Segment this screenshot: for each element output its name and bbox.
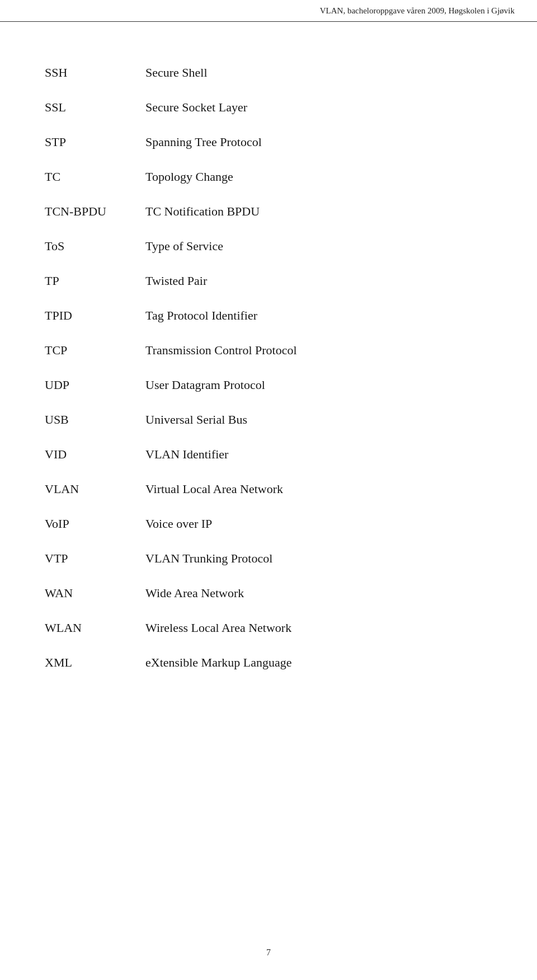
list-item: TPIDTag Protocol Identifier	[45, 298, 492, 333]
acronym-full: Universal Serial Bus	[145, 412, 492, 427]
list-item: VLANVirtual Local Area Network	[45, 472, 492, 507]
page-header: VLAN, bacheloroppgave våren 2009, Høgsko…	[0, 0, 537, 22]
acronym-full: Type of Service	[145, 239, 492, 254]
acronym-full: Secure Shell	[145, 65, 492, 80]
acronym-full: Secure Socket Layer	[145, 100, 492, 115]
list-item: TPTwisted Pair	[45, 264, 492, 298]
list-item: WANWide Area Network	[45, 576, 492, 611]
acronym-abbr: WLAN	[45, 621, 145, 635]
acronym-abbr: STP	[45, 135, 145, 149]
page-footer: 7	[0, 948, 537, 958]
list-item: VIDVLAN Identifier	[45, 437, 492, 472]
acronym-abbr: SSL	[45, 100, 145, 115]
acronym-full: Voice over IP	[145, 517, 492, 531]
acronym-abbr: VTP	[45, 551, 145, 566]
acronym-abbr: WAN	[45, 586, 145, 601]
list-item: UDPUser Datagram Protocol	[45, 368, 492, 402]
acronym-abbr: UDP	[45, 378, 145, 392]
acronym-full: VLAN Identifier	[145, 447, 492, 462]
acronym-abbr: TPID	[45, 308, 145, 323]
acronym-abbr: USB	[45, 412, 145, 427]
list-item: SSHSecure Shell	[45, 55, 492, 90]
acronym-abbr: VoIP	[45, 517, 145, 531]
acronym-full: TC Notification BPDU	[145, 204, 492, 219]
acronym-abbr: TCP	[45, 343, 145, 358]
acronym-full: User Datagram Protocol	[145, 378, 492, 392]
list-item: STPSpanning Tree Protocol	[45, 125, 492, 160]
acronym-full: Twisted Pair	[145, 274, 492, 288]
acronym-full: Virtual Local Area Network	[145, 482, 492, 496]
acronym-abbr: VLAN	[45, 482, 145, 496]
acronym-abbr: XML	[45, 655, 145, 670]
acronym-full: Spanning Tree Protocol	[145, 135, 492, 149]
list-item: VoIPVoice over IP	[45, 507, 492, 541]
acronym-full: Wide Area Network	[145, 586, 492, 601]
list-item: TCN-BPDUTC Notification BPDU	[45, 194, 492, 229]
acronym-full: eXtensible Markup Language	[145, 655, 492, 670]
acronym-abbr: TC	[45, 170, 145, 184]
acronym-abbr: TP	[45, 274, 145, 288]
list-item: USBUniversal Serial Bus	[45, 402, 492, 437]
list-item: XMLeXtensible Markup Language	[45, 645, 492, 680]
list-item: SSLSecure Socket Layer	[45, 90, 492, 125]
acronym-full: Tag Protocol Identifier	[145, 308, 492, 323]
list-item: VTPVLAN Trunking Protocol	[45, 541, 492, 576]
page-number: 7	[266, 948, 271, 957]
list-item: TCTopology Change	[45, 160, 492, 194]
list-item: TCPTransmission Control Protocol	[45, 333, 492, 368]
acronym-abbr: SSH	[45, 65, 145, 80]
acronym-full: VLAN Trunking Protocol	[145, 551, 492, 566]
acronym-full: Topology Change	[145, 170, 492, 184]
acronym-abbr: ToS	[45, 239, 145, 254]
acronym-abbr: VID	[45, 447, 145, 462]
header-title: VLAN, bacheloroppgave våren 2009, Høgsko…	[320, 6, 515, 15]
list-item: WLANWireless Local Area Network	[45, 611, 492, 645]
list-item: ToSType of Service	[45, 229, 492, 264]
main-content: SSHSecure ShellSSLSecure Socket LayerSTP…	[0, 22, 537, 725]
acronym-full: Transmission Control Protocol	[145, 343, 492, 358]
acronym-full: Wireless Local Area Network	[145, 621, 492, 635]
acronym-table: SSHSecure ShellSSLSecure Socket LayerSTP…	[45, 55, 492, 680]
acronym-abbr: TCN-BPDU	[45, 204, 145, 219]
